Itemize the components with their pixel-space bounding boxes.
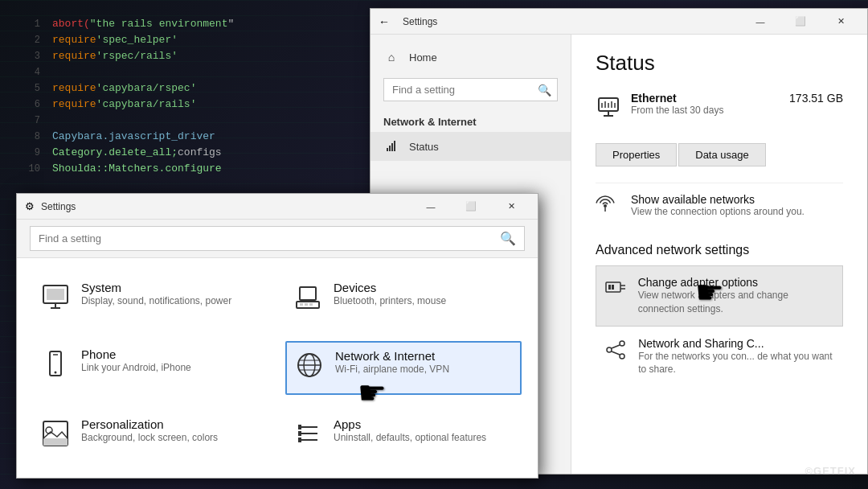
svg-line-23 bbox=[612, 351, 620, 355]
home-icon: ⌂ bbox=[383, 49, 399, 65]
window-controls-bg: — ⬜ ✕ bbox=[742, 9, 859, 35]
ethernet-buttons: Properties Data usage bbox=[596, 143, 843, 166]
nav-status[interactable]: Status bbox=[371, 132, 571, 161]
watermark: ©GETFIX bbox=[805, 465, 856, 477]
category-phone[interactable]: Phone Link your Android, iPhone bbox=[33, 341, 269, 395]
system-icon bbox=[39, 281, 72, 313]
search-input-bg[interactable] bbox=[383, 78, 558, 101]
status-label: Status bbox=[409, 141, 439, 153]
sharing-icon bbox=[604, 339, 628, 361]
svg-rect-1 bbox=[389, 146, 391, 151]
nav-home[interactable]: ⌂ Home bbox=[371, 43, 571, 72]
search-icon-bg: 🔍 bbox=[538, 84, 551, 97]
system-text: System Display, sound, notifications, po… bbox=[81, 281, 231, 308]
nav-category-heading: Network & Internet bbox=[371, 108, 571, 132]
show-networks-title: Show available networks bbox=[631, 193, 805, 206]
ethernet-sub: From the last 30 days bbox=[631, 105, 789, 116]
apps-icon bbox=[292, 417, 324, 450]
settings-icon-fg: ⚙ bbox=[25, 200, 35, 212]
phone-text: Phone Link your Android, iPhone bbox=[81, 347, 191, 375]
svg-rect-28 bbox=[300, 287, 316, 300]
svg-rect-31 bbox=[305, 303, 308, 306]
network-icon bbox=[293, 349, 326, 381]
svg-point-21 bbox=[620, 354, 624, 359]
close-button-fg[interactable]: ✕ bbox=[493, 194, 530, 220]
minimize-button-fg[interactable]: — bbox=[412, 194, 449, 220]
show-networks-text: Show available networks View the connect… bbox=[631, 193, 805, 217]
back-arrow-bg[interactable]: ← bbox=[379, 15, 390, 28]
phone-icon bbox=[39, 347, 72, 380]
fg-category-grid: System Display, sound, notifications, po… bbox=[17, 258, 538, 478]
titlebar-fg: ⚙ Settings — ⬜ ✕ bbox=[17, 194, 538, 220]
category-personalization[interactable]: Personalization Background, lock screen,… bbox=[33, 411, 269, 462]
svg-point-19 bbox=[607, 347, 612, 352]
adapter-icon bbox=[604, 277, 628, 300]
apps-text: Apps Uninstall, defaults, optional featu… bbox=[334, 417, 486, 445]
maximize-button-fg[interactable]: ⬜ bbox=[452, 194, 489, 220]
svg-point-34 bbox=[55, 372, 57, 374]
devices-icon bbox=[292, 281, 324, 313]
adapter-text: Change adapter options View network adap… bbox=[638, 276, 834, 316]
titlebar-bg: ← Settings — ⬜ ✕ bbox=[371, 9, 867, 35]
maximize-button-bg[interactable]: ⬜ bbox=[782, 9, 819, 35]
svg-rect-47 bbox=[298, 425, 301, 429]
adv-network-heading: Advanced network settings bbox=[596, 243, 843, 257]
category-system[interactable]: System Display, sound, notifications, po… bbox=[33, 274, 269, 325]
ethernet-info: Ethernet From the last 30 days bbox=[631, 92, 789, 116]
search-icon-fg: 🔍 bbox=[500, 231, 516, 246]
svg-rect-30 bbox=[300, 303, 303, 306]
svg-rect-0 bbox=[387, 148, 388, 151]
svg-rect-42 bbox=[43, 438, 68, 446]
personalization-text: Personalization Background, lock screen,… bbox=[81, 417, 218, 445]
network-text: Network & Internet Wi-Fi, airplane mode,… bbox=[335, 349, 449, 376]
category-apps[interactable]: Apps Uninstall, defaults, optional featu… bbox=[285, 411, 522, 462]
network-sharing-item[interactable]: Network and Sharing C... For the network… bbox=[596, 327, 843, 388]
ethernet-size: 173.51 GB bbox=[789, 92, 843, 105]
ethernet-name: Ethernet bbox=[631, 92, 789, 105]
svg-point-20 bbox=[620, 341, 624, 346]
svg-rect-17 bbox=[608, 285, 611, 290]
svg-rect-2 bbox=[391, 143, 393, 151]
change-adapter-item[interactable]: Change adapter options View network adap… bbox=[596, 265, 843, 327]
svg-rect-32 bbox=[309, 303, 313, 306]
search-input-fg[interactable] bbox=[39, 232, 500, 244]
devices-text: Devices Bluetooth, printers, mouse bbox=[334, 281, 446, 308]
networks-icon bbox=[596, 195, 621, 214]
code-content: 1abort("the rails environment" 2require … bbox=[16, 16, 234, 177]
show-networks-item[interactable]: Show available networks View the connect… bbox=[596, 183, 843, 227]
category-devices[interactable]: Devices Bluetooth, printers, mouse bbox=[285, 274, 522, 325]
show-networks-sub: View the connection options around you. bbox=[631, 206, 805, 217]
properties-button[interactable]: Properties bbox=[596, 143, 677, 166]
svg-rect-48 bbox=[298, 431, 301, 436]
ethernet-section: Ethernet From the last 30 days 173.51 GB bbox=[596, 92, 843, 131]
personalization-icon bbox=[39, 417, 72, 450]
svg-rect-3 bbox=[394, 141, 395, 151]
svg-line-22 bbox=[612, 345, 620, 348]
svg-rect-49 bbox=[298, 438, 301, 442]
svg-point-12 bbox=[604, 204, 607, 208]
close-button-bg[interactable]: ✕ bbox=[822, 9, 859, 35]
fg-search-bar[interactable]: 🔍 bbox=[17, 220, 538, 258]
svg-rect-18 bbox=[612, 285, 614, 290]
category-network[interactable]: Network & Internet Wi-Fi, airplane mode,… bbox=[285, 341, 522, 395]
window-controls-fg: — ⬜ ✕ bbox=[412, 194, 530, 220]
minimize-button-bg[interactable]: — bbox=[742, 9, 779, 35]
data-usage-button[interactable]: Data usage bbox=[678, 143, 766, 166]
settings-window-foreground: ⚙ Settings — ⬜ ✕ 🔍 Syst bbox=[16, 193, 538, 479]
page-title: Status bbox=[596, 51, 843, 76]
svg-rect-25 bbox=[47, 289, 64, 300]
settings-content-bg: Status Ethernet Fro bbox=[571, 35, 867, 474]
window-title-fg: Settings bbox=[41, 201, 412, 212]
window-title-bg: Settings bbox=[403, 16, 742, 27]
nav-search-bg[interactable]: 🔍 bbox=[383, 78, 558, 101]
home-label: Home bbox=[409, 51, 437, 64]
status-icon bbox=[383, 138, 399, 154]
ethernet-icon bbox=[596, 93, 621, 119]
sharing-text: Network and Sharing C... For the network… bbox=[638, 337, 834, 377]
